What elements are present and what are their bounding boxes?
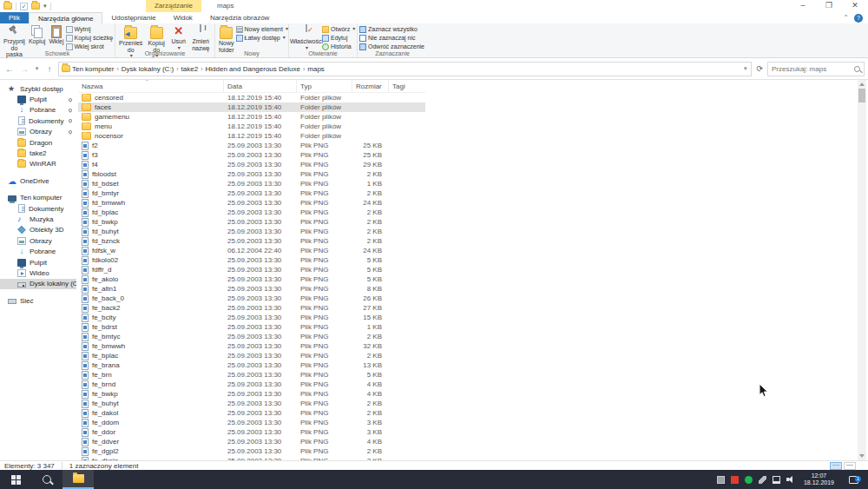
table-row[interactable]: fe_bmtyc25.09.2003 13:30Plik PNG2 KB bbox=[78, 332, 425, 341]
sidebar-item-winrar[interactable]: WinRAR bbox=[0, 159, 76, 169]
sidebar-item-obiekty-3d[interactable]: Obiekty 3D bbox=[0, 225, 76, 235]
table-row[interactable]: fd_bmwwh25.09.2003 13:30Plik PNG24 KB bbox=[78, 198, 425, 208]
forward-icon[interactable]: → bbox=[18, 64, 30, 74]
column-header-date[interactable]: Data bbox=[224, 80, 297, 92]
properties-button[interactable]: Właściwości bbox=[291, 24, 322, 52]
select-all-button[interactable]: Zaznacz wszystko bbox=[359, 25, 424, 33]
table-row[interactable]: fd_bdset25.09.2003 13:30Plik PNG1 KB bbox=[78, 179, 425, 188]
sidebar-item-dokumenty[interactable]: Dokumenty bbox=[0, 116, 76, 126]
table-row[interactable]: fe_ddver25.09.2003 13:30Plik PNG4 KB bbox=[78, 437, 425, 446]
breadcrumb-segment[interactable]: take2 bbox=[181, 65, 199, 73]
copy-path-button[interactable]: Kopiuj ścieżkę bbox=[66, 34, 114, 42]
table-row[interactable]: fe_brnd25.09.2003 13:30Plik PNG4 KB bbox=[78, 380, 425, 389]
table-row[interactable]: fbloodst25.09.2003 13:30Plik PNG2 KB bbox=[78, 169, 425, 179]
recent-locations-icon[interactable]: ▾ bbox=[33, 65, 41, 72]
search-box[interactable] bbox=[767, 62, 865, 76]
table-row[interactable]: fd_bmtyr25.09.2003 13:30Plik PNG2 KB bbox=[78, 188, 425, 198]
table-row[interactable]: fd_bznck25.09.2003 13:30Plik PNG2 KB bbox=[78, 236, 425, 246]
table-row[interactable]: fdffr_d25.09.2003 13:30Plik PNG5 KB bbox=[78, 265, 425, 274]
breadcrumb-segment[interactable]: Ten komputer bbox=[72, 65, 114, 73]
new-item-button[interactable]: Nowy element bbox=[236, 25, 288, 33]
sidebar-item-obrazy[interactable]: Obrazy bbox=[0, 235, 76, 246]
help-icon[interactable]: ? bbox=[854, 14, 863, 23]
table-row[interactable]: fe_ddom25.09.2003 13:30Plik PNG3 KB bbox=[78, 418, 425, 427]
volume-icon[interactable] bbox=[786, 476, 794, 484]
column-header-name[interactable]: Nazwa bbox=[78, 80, 224, 92]
breadcrumb-segment[interactable]: Hidden and Dangerous Deluxe bbox=[206, 65, 300, 73]
sidebar-item-pobrane[interactable]: ↓Pobrane bbox=[0, 105, 76, 116]
table-row[interactable]: fe_bmwwh25.09.2003 13:30Plik PNG32 KB bbox=[78, 341, 425, 351]
close-button[interactable]: ✕ bbox=[842, 0, 868, 12]
table-row[interactable]: fe_altn125.09.2003 13:30Plik PNG8 KB bbox=[78, 284, 425, 294]
table-row[interactable]: fe_bplac25.09.2003 13:30Plik PNG2 KB bbox=[78, 351, 425, 360]
table-row[interactable]: faces18.12.2019 15:40Folder plików bbox=[78, 102, 425, 112]
table-row[interactable]: nocensor18.12.2019 15:40Folder plików bbox=[78, 131, 425, 141]
table-row[interactable]: f425.09.2003 13:30Plik PNG29 KB bbox=[78, 160, 425, 169]
qat-customize-icon[interactable]: ▾ bbox=[43, 3, 47, 10]
address-dropdown-icon[interactable]: ▾ bbox=[742, 65, 749, 72]
sidebar-item-dysk-lokalny-c-[interactable]: Dysk lokalny (C:) bbox=[0, 279, 76, 289]
scroll-up-icon[interactable] bbox=[859, 83, 865, 86]
tray-app-icon[interactable] bbox=[717, 476, 725, 484]
vertical-scrollbar[interactable] bbox=[858, 80, 866, 460]
refresh-icon[interactable]: ⟳ bbox=[754, 64, 765, 73]
table-row[interactable]: fe_back225.09.2003 13:30Plik PNG27 KB bbox=[78, 303, 425, 313]
easy-access-button[interactable]: Łatwy dostęp bbox=[236, 34, 288, 42]
table-row[interactable]: fe_akolo25.09.2003 13:30Plik PNG5 KB bbox=[78, 274, 425, 284]
action-center-button[interactable]: 1 bbox=[844, 476, 863, 484]
breadcrumb-separator-icon[interactable]: › bbox=[201, 66, 202, 72]
column-header-type[interactable]: Typ bbox=[297, 80, 352, 92]
table-row[interactable]: fe_bcity25.09.2003 13:30Plik PNG15 KB bbox=[78, 313, 425, 322]
taskbar-clock[interactable]: 12:07 18.12.2019 bbox=[800, 472, 838, 487]
network-icon[interactable] bbox=[773, 476, 780, 484]
start-button[interactable] bbox=[0, 470, 31, 489]
back-icon[interactable]: ← bbox=[3, 64, 16, 74]
table-row[interactable]: fd_bwkp25.09.2003 13:30Plik PNG2 KB bbox=[78, 217, 425, 227]
sidebar-item-onedrive[interactable]: ☁OneDrive bbox=[0, 175, 76, 186]
taskbar-explorer-button[interactable] bbox=[62, 470, 94, 489]
table-row[interactable]: f325.09.2003 13:30Plik PNG25 KB bbox=[78, 150, 425, 160]
tray-red-app-icon[interactable] bbox=[731, 476, 739, 484]
delete-button[interactable]: ✕ Usuń bbox=[168, 24, 189, 52]
table-row[interactable]: fd_bplac25.09.2003 13:30Plik PNG2 KB bbox=[78, 208, 425, 217]
table-row[interactable]: fe_brana25.09.2003 13:30Plik PNG13 KB bbox=[78, 360, 425, 370]
edit-button[interactable]: Edytuj bbox=[322, 34, 355, 42]
sidebar-item-pulpit[interactable]: Pulpit bbox=[0, 257, 76, 268]
table-row[interactable]: gamemenu18.12.2019 15:40Folder plików bbox=[78, 112, 425, 122]
cut-button[interactable]: Wytnij bbox=[66, 25, 114, 33]
table-row[interactable]: fe_dgpl225.09.2003 13:30Plik PNG2 KB bbox=[78, 446, 425, 456]
table-row[interactable]: fe_back_025.09.2003 13:30Plik PNG26 KB bbox=[78, 294, 425, 303]
paste-button[interactable]: Wklej bbox=[47, 24, 65, 46]
column-header-tags[interactable]: Tagi bbox=[389, 80, 422, 92]
table-row[interactable]: fe_ddor25.09.2003 13:30Plik PNG3 KB bbox=[78, 427, 425, 437]
table-row[interactable]: fd_buhyt25.09.2003 13:30Plik PNG2 KB bbox=[78, 227, 425, 236]
sidebar-item-take2[interactable]: take2 bbox=[0, 148, 76, 158]
sidebar-item-wideo[interactable]: Wideo bbox=[0, 268, 76, 278]
table-row[interactable]: f225.09.2003 13:30Plik PNG25 KB bbox=[78, 141, 425, 150]
search-input[interactable] bbox=[772, 65, 852, 73]
tab-file[interactable]: Plik bbox=[0, 12, 29, 23]
copy-button[interactable]: Kopiuj bbox=[27, 24, 47, 46]
collapse-ribbon-icon[interactable]: ⌃ bbox=[843, 14, 849, 22]
sidebar-item-szybki-dostęp[interactable]: ★Szybki dostęp bbox=[0, 83, 76, 94]
sidebar-item-pulpit[interactable]: Pulpit bbox=[0, 94, 76, 104]
tray-pen-icon[interactable] bbox=[759, 476, 766, 484]
tab-view[interactable]: Widok bbox=[165, 12, 201, 23]
sidebar-item-dokumenty[interactable]: Dokumenty bbox=[0, 203, 76, 214]
sidebar-item-ten-komputer[interactable]: Ten komputer bbox=[0, 193, 76, 203]
rename-button[interactable]: Zmień nazwę bbox=[189, 24, 214, 52]
breadcrumb-segment[interactable]: Dysk lokalny (C:) bbox=[122, 65, 174, 73]
tab-share[interactable]: Udostępnianie bbox=[102, 12, 164, 23]
breadcrumb-segment[interactable]: maps bbox=[307, 65, 325, 73]
minimize-button[interactable]: – bbox=[790, 0, 816, 12]
sidebar-item-muzyka[interactable]: ♪Muzyka bbox=[0, 214, 76, 224]
tab-home[interactable]: Narzędzia główne bbox=[29, 12, 103, 23]
breadcrumb-separator-icon[interactable]: › bbox=[176, 66, 178, 72]
address-bar[interactable]: Ten komputer›Dysk lokalny (C:)›take2›Hid… bbox=[58, 62, 752, 76]
tab-picture-tools[interactable]: Narzędzia obrazów bbox=[201, 12, 278, 23]
breadcrumb-separator-icon[interactable]: › bbox=[116, 66, 118, 72]
table-row[interactable]: fe_brn25.09.2003 13:30Plik PNG5 KB bbox=[78, 370, 425, 380]
table-row[interactable]: fdkolo0225.09.2003 13:30Plik PNG5 KB bbox=[78, 255, 425, 265]
tray-green-app-icon[interactable] bbox=[745, 476, 753, 484]
up-icon[interactable]: ↑ bbox=[43, 64, 56, 74]
